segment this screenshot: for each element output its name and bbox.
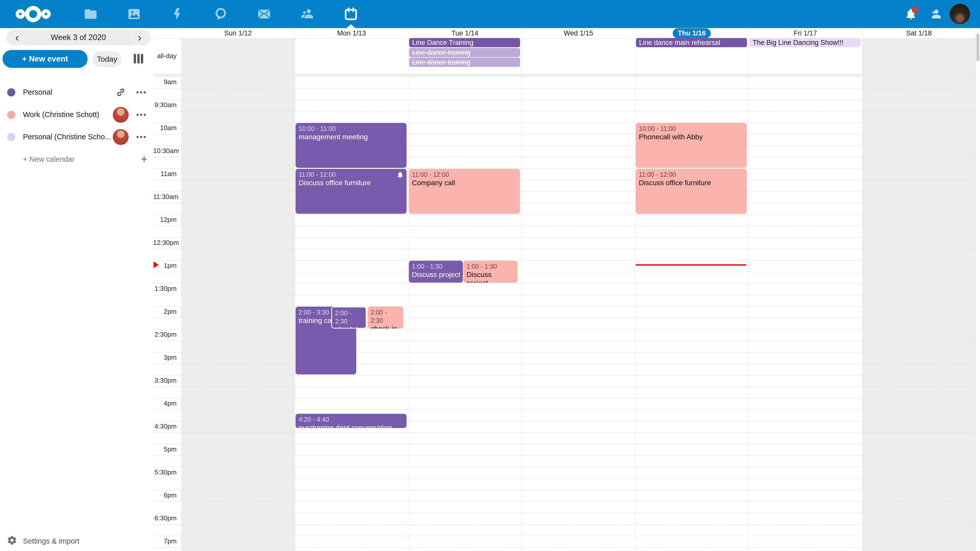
calendar-event[interactable]: 2:00 - 2:30check-in [331,306,366,329]
event-time: 11:00 - 12:00 [412,170,517,179]
time-label: 6pm [153,491,177,499]
new-calendar-button[interactable]: + New calendar + [0,151,153,168]
event-time: 1:00 - 1:30 [412,262,460,270]
grid-line-minor [153,226,975,226]
contacts-menu-icon[interactable] [928,0,945,28]
day-header-label: Sun 1/12 [224,29,251,37]
week-label[interactable]: Week 3 of 2020 [28,30,128,45]
grid-line [153,145,975,146]
all-day-event[interactable]: Line dance training [409,48,520,57]
grid-line [153,306,975,306]
calendar-actions-menu[interactable] [133,128,150,146]
time-label: 10am [153,124,177,132]
grid-line-minor [153,524,975,525]
time-label: 12pm [153,216,177,224]
grid-line [153,513,975,513]
day-header[interactable]: Thu 1/16 [635,28,749,38]
day-header[interactable]: Mon 1/13 [295,28,408,38]
calendar-event[interactable]: 11:00 - 12:00Company call [409,169,520,214]
calendar-list-item[interactable]: Work (Christine Schott) [0,106,153,124]
calendar-event[interactable]: 10:00 - 11:00Phonecall with Abby [636,123,747,168]
grid-line [153,76,975,77]
nextcloud-logo[interactable] [13,3,53,24]
user-avatar[interactable] [950,4,970,24]
grid-line-minor [153,410,975,410]
event-title: Discuss office furniture [639,179,744,187]
event-title: Discuss project announcement [466,270,514,283]
scrollbar-thumb[interactable] [977,34,979,61]
grid-line-minor [153,341,975,341]
calendar-event[interactable]: 10:00 - 11:00management meeting [296,123,407,168]
grid-line [153,122,975,123]
view-mode-icon[interactable] [134,54,144,64]
column-border [862,28,862,551]
day-header[interactable]: Wed 1/15 [522,28,635,38]
photos-icon[interactable] [125,0,143,28]
event-title: Discuss office furniture [299,179,404,187]
contacts-icon[interactable] [299,0,316,28]
grid-line [153,283,975,284]
day-header-label: Fri 1/17 [794,29,817,37]
today-button[interactable]: Today [92,51,122,67]
grid-line [153,100,975,100]
all-day-event[interactable]: Line dance main rehearsal [636,38,747,47]
activity-icon[interactable] [169,0,186,28]
time-label: 2pm [153,308,177,316]
calendar-actions-menu[interactable] [133,83,150,101]
time-label: 7pm [153,537,177,545]
settings-import-button[interactable]: Settings & import [6,532,80,550]
grid-line [153,214,975,215]
talk-icon[interactable] [212,0,229,28]
files-icon[interactable] [82,0,99,28]
share-link-icon[interactable] [112,84,129,101]
calendar-event[interactable]: 11:00 - 12:00Discuss office furniture [636,169,747,214]
all-day-event[interactable]: Line dance training [409,58,520,67]
day-header-label: Thu 1/16 [673,28,711,38]
calendar-color-dot [7,133,15,141]
day-header[interactable]: Fri 1/17 [749,28,862,38]
calendar-event[interactable]: 1:00 - 1:30Discuss project announcement [463,261,517,283]
scrollbar-track[interactable] [976,28,980,551]
calendar-list-item[interactable]: Personal [0,83,153,101]
all-day-event[interactable]: Line Dance Training [409,38,520,47]
calendar-color-dot [7,88,15,97]
calendar-week-view: Sun 1/12Mon 1/13Tue 1/14Wed 1/15Thu 1/16… [153,28,980,551]
grid-line-minor [153,88,975,89]
new-event-button[interactable]: + New event [3,50,88,68]
mail-icon[interactable] [256,0,273,28]
event-title: purchasing dept conversation [299,424,404,428]
calendar-list-item[interactable]: Personal (Christine Scho... [0,128,153,146]
calendar-icon-active[interactable] [342,0,360,28]
grid-line [153,467,975,467]
settings-import-label: Settings & import [23,537,80,545]
time-label: 9am [153,78,177,86]
calendar-event[interactable]: 4:20 - 4:40purchasing dept conversation [296,414,407,428]
next-week-button[interactable]: › [129,30,151,45]
calendar-name: Personal [23,88,111,97]
grid-line-minor [153,180,975,180]
calendar-event[interactable]: 1:00 - 1:30Discuss project announcement [409,261,463,283]
notifications-bell-icon[interactable] [902,0,920,28]
time-label: 11:30am [153,193,177,201]
notification-badge [912,6,918,13]
day-header[interactable]: Sat 1/18 [862,28,976,38]
calendar-event[interactable]: 11:00 - 12:00Discuss office furniture [296,169,407,214]
grid-line [153,168,975,169]
day-header[interactable]: Tue 1/14 [408,28,522,38]
day-header[interactable]: Sun 1/12 [181,28,295,38]
gear-icon [6,535,18,548]
grid-line-minor [153,295,975,295]
current-time-line [636,264,746,265]
grid-line-minor [153,364,975,364]
sidebar: ‹ Week 3 of 2020 › + New event Today Per… [0,28,153,551]
event-title: Phonecall with Abby [639,133,744,141]
grid-line [153,490,975,490]
calendar-actions-menu[interactable] [133,106,150,124]
previous-week-button[interactable]: ‹ [6,30,28,45]
all-day-event[interactable]: The Big Line Dancing Show!!! [749,38,861,47]
current-time-arrow-icon [154,262,159,268]
time-label: 3pm [153,354,177,362]
new-calendar-label: + New calendar [23,155,75,164]
calendar-event[interactable]: 2:00 - 2:30check-in [368,306,403,329]
column-border [522,28,522,551]
